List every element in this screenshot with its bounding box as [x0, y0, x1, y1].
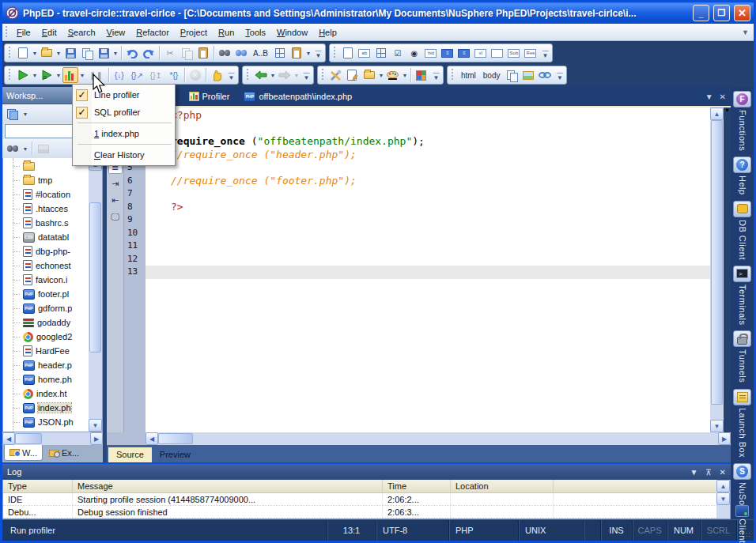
profiler-dropdown[interactable]: ▼ — [79, 73, 85, 78]
copy-html-button[interactable] — [504, 67, 520, 83]
tab-profiler[interactable]: Profiler — [183, 89, 236, 104]
navigate-back-button[interactable] — [253, 67, 269, 83]
break-button[interactable] — [209, 67, 225, 83]
tree-vertical-scrollbar[interactable]: ▲ ▼ — [89, 158, 102, 432]
run-button[interactable] — [15, 67, 31, 83]
log-row[interactable]: Debu... Debug session finished 2:06:3... — [3, 506, 716, 518]
save-as-dropdown[interactable]: ▼ — [112, 51, 119, 56]
save-button[interactable] — [62, 45, 78, 61]
dock-tab-functions[interactable]: F Functions — [733, 91, 751, 151]
tree-horizontal-scrollbar[interactable]: ◀ ▶ — [2, 432, 103, 445]
scroll-thumb[interactable] — [15, 433, 42, 444]
insert-combo-button[interactable]: ≡ — [456, 45, 472, 61]
undo-button[interactable] — [124, 45, 140, 61]
tab-list-dropdown-icon[interactable]: ▼ — [705, 92, 713, 101]
outdent-icon[interactable]: ⇤ — [108, 193, 123, 207]
insert-submit-button[interactable]: Sub — [506, 45, 522, 61]
menubar-overflow-icon[interactable]: ▼ — [742, 28, 749, 36]
tree-item[interactable]: HardFee — [3, 344, 89, 358]
log-col-message[interactable]: Message — [73, 480, 383, 492]
insert-listbox-button[interactable]: ≡ — [440, 45, 455, 61]
scroll-down-icon[interactable]: ▼ — [89, 419, 102, 432]
insert-checkbox-button[interactable]: ☑ — [390, 45, 406, 61]
tree-item[interactable]: favicon.i — [3, 273, 89, 287]
tree-item[interactable]: PHPfooter.pl — [3, 287, 89, 301]
insert-hidden-button[interactable]: hid — [423, 45, 439, 61]
insert-doc-button[interactable] — [340, 45, 356, 61]
toolbar-overflow[interactable]: —▼ — [314, 47, 323, 58]
editor-horizontal-scrollbar[interactable]: ◀ ▶ — [107, 432, 731, 445]
scroll-left-icon[interactable]: ◀ — [146, 432, 158, 445]
find-in-files-button[interactable] — [233, 45, 249, 61]
dock-tab-help[interactable]: ? Help — [733, 156, 751, 195]
log-pin-icon[interactable]: ⊼ — [705, 468, 711, 477]
tree-item[interactable]: PHPJSON.ph — [3, 415, 89, 429]
log-scrollbar[interactable]: ▲ ▼ — [716, 480, 730, 518]
run-debug-button[interactable]: D — [39, 67, 55, 83]
tab-explorer[interactable]: Ex... — [44, 445, 84, 461]
scroll-thumb[interactable] — [158, 433, 193, 444]
insert-textfield-button[interactable]: ab — [357, 45, 372, 61]
insert-button-button[interactable] — [490, 45, 505, 61]
scroll-thumb[interactable] — [89, 202, 101, 353]
menu-tools[interactable]: Tools — [240, 25, 271, 40]
tab-close-all-icon[interactable]: ✕ — [720, 92, 726, 101]
menu-item-clear-history[interactable]: Clear History — [73, 146, 175, 164]
code-editor[interactable]: <?php require_once ("offbeatenpath/index… — [146, 107, 710, 432]
scroll-down-icon[interactable]: ▼ — [710, 420, 724, 432]
tree-item[interactable]: tmp — [3, 173, 89, 187]
workspace-find-dropdown[interactable]: ▼ — [22, 146, 28, 152]
html-tag-button[interactable]: html — [458, 67, 479, 83]
menu-run[interactable]: Run — [213, 25, 240, 40]
menu-file[interactable]: File — [11, 25, 36, 40]
tree-item[interactable]: PHPheader.p — [3, 358, 89, 372]
menu-item-recent-index-php[interactable]: 1 index.php — [73, 125, 175, 142]
toolbar-overflow[interactable]: —▼ — [555, 70, 564, 81]
redo-button[interactable] — [141, 45, 157, 61]
menu-view[interactable]: View — [101, 25, 131, 40]
maximize-button[interactable]: ❐ — [713, 5, 730, 21]
code-template-button[interactable] — [345, 67, 361, 83]
publish-button[interactable] — [361, 67, 377, 83]
tree-item[interactable]: bashrc.s — [3, 216, 89, 230]
highlight-color-dropdown[interactable]: ▼ — [402, 73, 408, 78]
dock-tray-icon[interactable] — [735, 505, 749, 517]
run-debug-dropdown[interactable]: ▼ — [55, 73, 62, 78]
color-picker-button[interactable] — [414, 67, 429, 83]
highlight-color-button[interactable] — [385, 67, 401, 83]
log-col-location[interactable]: Location — [451, 480, 554, 492]
dock-tab-nusoap-client[interactable]: S NuSoap Client — [733, 463, 751, 543]
clipboard-button[interactable] — [289, 45, 304, 61]
indent-icon[interactable]: ⇥ — [108, 176, 123, 190]
settings-button[interactable] — [328, 67, 344, 83]
log-col-type[interactable]: Type — [3, 480, 73, 492]
menu-edit[interactable]: Edit — [36, 25, 62, 40]
minimize-button[interactable]: _ — [693, 5, 709, 21]
open-file-button[interactable] — [39, 45, 55, 61]
run-dropdown[interactable]: ▼ — [32, 73, 38, 78]
run-to-cursor-button[interactable]: *{} — [166, 67, 182, 83]
editor-vertical-scrollbar[interactable]: ▲ ▼ — [710, 107, 724, 432]
dock-tab-terminals[interactable]: > Terminals — [733, 266, 751, 326]
workspace-new-dropdown[interactable]: ▼ — [22, 111, 28, 117]
tree-item[interactable]: PHPhome.ph — [3, 372, 89, 387]
toolbar-overflow[interactable]: —▼ — [227, 70, 236, 81]
scroll-down-icon[interactable]: ▼ — [716, 492, 730, 505]
menu-window[interactable]: Window — [271, 25, 313, 40]
tree-item[interactable]: index.ht — [3, 387, 89, 401]
tree-item[interactable]: godaddy — [3, 315, 89, 330]
close-button[interactable]: ✕ — [734, 5, 750, 21]
new-file-button[interactable] — [15, 45, 31, 61]
log-col-time[interactable]: Time — [383, 480, 451, 492]
tab-preview[interactable]: Preview — [152, 447, 198, 462]
scroll-thumb[interactable] — [711, 120, 723, 405]
menu-item-sql-profiler[interactable]: ✓ SQL profiler — [73, 104, 175, 121]
replace-button[interactable]: A..B — [250, 45, 271, 61]
tree-item[interactable]: googled2 — [3, 330, 89, 344]
new-file-dropdown[interactable]: ▼ — [32, 51, 38, 56]
tree-item[interactable]: PHPlocations — [3, 429, 89, 432]
menu-project[interactable]: Project — [175, 25, 213, 40]
tab-workspace[interactable]: W... — [4, 445, 43, 461]
tree-item[interactable]: echonest — [3, 258, 89, 273]
scroll-left-icon[interactable]: ◀ — [2, 432, 15, 445]
